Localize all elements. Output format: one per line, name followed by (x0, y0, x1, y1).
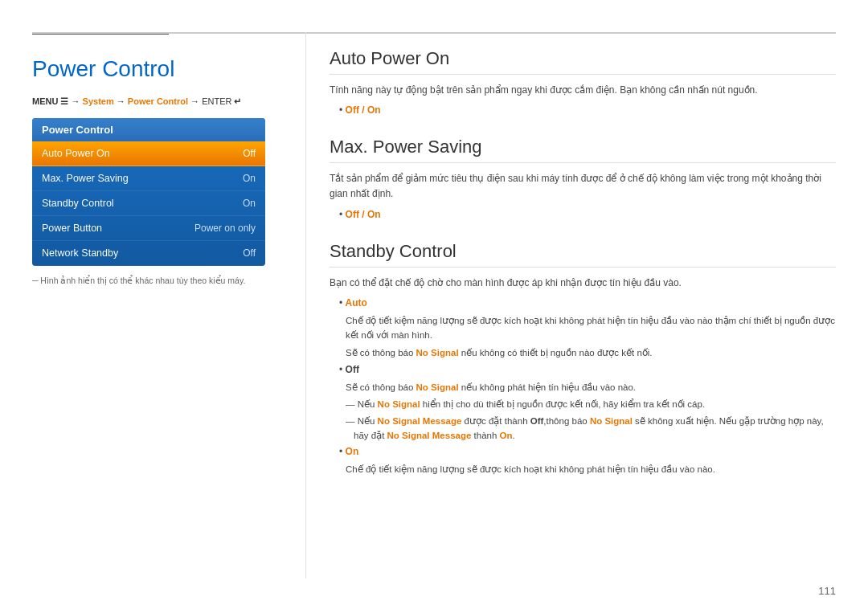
item-value: Off (243, 148, 256, 159)
item-value: Power on only (194, 223, 256, 234)
item-label: Auto Power On (42, 148, 110, 159)
menu-item-network-standby[interactable]: Network Standby Off (32, 241, 265, 266)
standby-control-desc: Bạn có thể đặt chế độ chờ cho màn hình đ… (330, 276, 836, 291)
left-column: Power Control MENU ☰ → System → Power Co… (32, 48, 305, 285)
top-border (32, 32, 836, 34)
item-value: On (243, 198, 256, 209)
section-title-max-power-saving: Max. Power Saving (330, 137, 836, 163)
standby-auto-sub2: Sẽ có thông báo No Signal nếu không có t… (346, 345, 836, 360)
max-power-saving-desc: Tắt sản phẩm để giảm mức tiêu thụ điện s… (330, 171, 836, 202)
item-label: Power Button (42, 223, 102, 234)
menu-item-power-button[interactable]: Power Button Power on only (32, 216, 265, 241)
item-label: Network Standby (42, 247, 118, 259)
menu-item-auto-power-on[interactable]: Auto Power On Off (32, 141, 265, 166)
note-text: Hình ảnh hiển thị có thể khác nhau tùy t… (32, 276, 305, 285)
standby-bullet-on: On (339, 444, 836, 459)
item-label: Standby Control (42, 198, 114, 209)
section-max-power-saving: Max. Power Saving Tắt sản phẩm để giảm m… (330, 137, 836, 221)
section-title-auto-power-on: Auto Power On (330, 48, 836, 75)
standby-auto-sub1: Chế độ tiết kiệm năng lượng sẽ được kích… (346, 313, 836, 343)
standby-bullet-off: Off (339, 362, 836, 377)
item-value: Off (243, 247, 256, 259)
page-number: 111 (818, 585, 836, 597)
standby-off-dash1: Nếu No Signal hiển thị cho dù thiết bị n… (346, 397, 836, 411)
auto-power-on-bullet: Off / On (339, 103, 836, 117)
box-header: Power Control (32, 118, 265, 141)
section-auto-power-on: Auto Power On Tính năng này tự động bật … (330, 48, 836, 117)
standby-bullet-auto: Auto (339, 296, 836, 310)
power-control-box: Power Control Auto Power On Off Max. Pow… (32, 118, 265, 266)
menu-item-max-power-saving[interactable]: Max. Power Saving On (32, 166, 265, 191)
right-column: Auto Power On Tính năng này tự động bật … (330, 48, 836, 497)
section-title-standby-control: Standby Control (330, 241, 836, 268)
auto-power-on-desc: Tính năng này tự động bật trên sản phẩm … (330, 83, 836, 98)
standby-off-dash2: Nếu No Signal Message được đặt thành Off… (346, 414, 836, 443)
item-label: Max. Power Saving (42, 173, 129, 184)
section-standby-control: Standby Control Bạn có thể đặt chế độ ch… (330, 241, 836, 477)
standby-on-sub1: Chế độ tiết kiệm năng lượng sẽ được kích… (346, 462, 836, 476)
column-divider (305, 32, 306, 578)
menu-item-standby-control[interactable]: Standby Control On (32, 191, 265, 216)
item-value: On (243, 173, 256, 184)
standby-off-sub1: Sẽ có thông báo No Signal nếu không phát… (346, 380, 836, 394)
max-power-saving-bullet: Off / On (339, 207, 836, 222)
menu-path: MENU ☰ → System → Power Control → ENTER … (32, 96, 305, 107)
page-title: Power Control (32, 56, 305, 82)
